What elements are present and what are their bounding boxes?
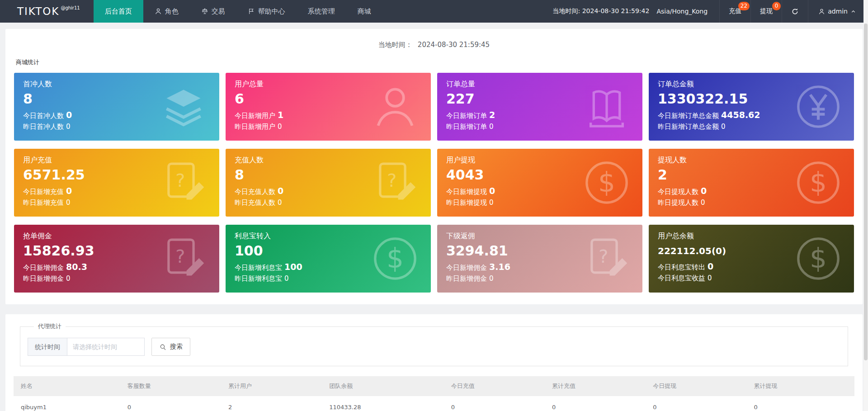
stats-panel: 当地时间：2024-08-30 21:59:45 商城统计 首冲人数8今日首冲人…	[5, 29, 863, 304]
card-line-today-label: 今日新增佣金	[446, 264, 487, 272]
search-icon	[159, 343, 167, 351]
logo-handle: @ghir11	[61, 5, 80, 10]
card-line-yesterday-label: 昨日新增提现	[446, 198, 487, 207]
card-line-yesterday-value: 0	[278, 198, 282, 207]
withdraw-badge: 0	[772, 2, 781, 10]
edit-doc-icon: ?	[160, 159, 208, 207]
scrollbar-thumb[interactable]	[864, 24, 868, 360]
card-line-yesterday-label: 昨日新增佣金	[446, 274, 487, 283]
withdraw-link[interactable]: 提现 0	[750, 0, 782, 23]
scrollbar-track[interactable]	[863, 0, 868, 411]
card-line-today-value: 2	[489, 110, 495, 120]
table-header-cell: 姓名	[14, 376, 123, 396]
card-line-yesterday-label: 昨日首冲人数	[23, 123, 64, 131]
stat-card-5: 充值人数8今日充值人数0昨日充值人数0?	[226, 149, 431, 217]
table-header-cell: 团队余额	[325, 376, 447, 396]
card-line-yesterday-value: 0	[278, 123, 282, 131]
app-logo[interactable]: TIKTOK @ghir11	[0, 0, 94, 23]
user-menu[interactable]: admin	[808, 0, 868, 23]
card-line-yesterday-value: 0	[489, 198, 494, 207]
nav-item-0[interactable]: 后台首页	[94, 0, 143, 23]
book-icon	[583, 83, 631, 131]
card-line-today-label: 今日充值人数	[235, 188, 275, 196]
nav-item-1[interactable]: 角色	[143, 0, 190, 23]
card-line-today-label: 今日提现人数	[658, 188, 698, 196]
stat-time-input[interactable]	[67, 338, 145, 356]
agent-table: 姓名客服数量累计用户团队余额今日充值累计充值今日提现累计提现 qibuym102…	[14, 376, 854, 411]
agent-search-form: 统计时间 搜索	[28, 338, 840, 356]
nav-item-label: 角色	[165, 7, 179, 16]
refresh-button[interactable]	[782, 0, 808, 23]
nav-item-3[interactable]: 帮助中心	[236, 0, 297, 23]
card-line-today-value: 100	[284, 262, 302, 272]
card-line-yesterday-value: 0	[66, 123, 71, 131]
table-cell: qibuym1	[14, 396, 123, 411]
top-navbar: TIKTOK @ghir11 后台首页角色交易帮助中心系统管理商城 当地时间: …	[0, 0, 868, 23]
card-line-yesterday-value: 0	[721, 123, 726, 131]
stat-card-11: 用户总余额222112.05(0)今日利息宝转出0今日利息宝收益0$	[649, 225, 854, 293]
recharge-badge: 22	[738, 2, 750, 10]
local-time-label: 当地时间：	[378, 41, 412, 49]
person-icon	[818, 8, 825, 15]
card-line-yesterday-value: 0	[66, 198, 71, 207]
table-header-cell: 今日充值	[447, 376, 547, 396]
table-cell: 0	[749, 396, 854, 411]
navbar-local-time-label: 当地时间:	[553, 7, 580, 14]
nav-item-label: 商城	[358, 7, 371, 16]
card-line-yesterday-label: 昨日提现人数	[658, 198, 698, 207]
person-icon	[371, 83, 419, 131]
nav-menu: 后台首页角色交易帮助中心系统管理商城	[94, 0, 382, 23]
nav-item-4[interactable]: 系统管理	[297, 0, 346, 23]
chevron-up-icon	[850, 9, 856, 14]
card-line-today-value: 0	[708, 261, 713, 271]
card-line-today-value: 0	[489, 186, 495, 196]
card-line-yesterday-value: 0	[66, 274, 71, 283]
card-line-today-label: 今日新增充值	[23, 188, 64, 196]
stats-section-title: 商城统计	[16, 58, 854, 66]
navbar-timezone: Asia/Hong_Kong	[656, 8, 708, 15]
card-line-today-label: 今日新增利息宝	[235, 264, 282, 272]
navbar-local-time: 当地时间: 2024-08-30 21:59:42	[553, 7, 650, 15]
edit-doc-icon: ?	[583, 235, 631, 283]
local-time-value: 2024-08-30 21:59:45	[418, 41, 490, 49]
table-header-cell: 客服数量	[123, 376, 224, 396]
agent-table-body: qibuym102110433.280000	[14, 396, 854, 411]
search-button[interactable]: 搜索	[151, 338, 190, 356]
card-line-today-label: 今日首冲人数	[23, 112, 64, 120]
table-header-cell: 今日提现	[648, 376, 749, 396]
agent-panel: 代理统计 统计时间 搜索 姓名客服数量累计用户团队余额今日充值累计充值今日提现累…	[5, 314, 863, 411]
card-line-yesterday-label: 昨日新增订单	[446, 123, 487, 131]
stat-card-3: 订单总金额1330322.15今日新增订单总金额4458.62昨日新增订单总金额…	[649, 73, 854, 141]
table-cell: 0	[447, 396, 547, 411]
card-line-today-value: 0	[701, 186, 707, 196]
nav-right: 当地时间: 2024-08-30 21:59:42 Asia/Hong_Kong…	[553, 0, 868, 23]
nav-item-5[interactable]: 商城	[346, 0, 382, 23]
card-line-today-value: 3.16	[489, 262, 510, 272]
stat-card-4: 用户充值6571.25今日新增充值0昨日新增充值0?	[14, 149, 219, 217]
local-time-display: 当地时间：2024-08-30 21:59:45	[14, 37, 854, 58]
dollar-icon: $	[794, 159, 842, 207]
nav-item-label: 交易	[212, 7, 225, 16]
card-line-today-label: 今日新增订单	[446, 112, 487, 120]
card-line-yesterday-value: 0	[489, 123, 494, 131]
card-line-today-label: 今日新增订单总金额	[658, 112, 719, 120]
recharge-link[interactable]: 充值 22	[719, 0, 750, 23]
stat-card-2: 订单总量227今日新增订单2昨日新增订单0	[437, 73, 642, 141]
card-line-yesterday-label: 今日利息宝收益	[658, 274, 705, 282]
dollar-icon: $	[794, 235, 842, 283]
stat-card-6: 用户提现4043今日新增提现0昨日新增提现0$	[437, 149, 642, 217]
table-cell: 0	[547, 396, 648, 411]
table-cell: 110433.28	[325, 396, 447, 411]
card-line-yesterday-value: 0	[701, 198, 705, 207]
nav-item-2[interactable]: 交易	[190, 0, 236, 23]
stat-card-9: 利息宝转入100今日新增利息宝100昨日新增利息宝0$	[226, 225, 431, 293]
card-line-today-value: 0	[278, 186, 283, 196]
card-line-today-value: 1	[278, 110, 283, 120]
table-header-cell: 累计充值	[547, 376, 648, 396]
card-line-yesterday-label: 昨日新增佣金	[23, 274, 64, 283]
search-button-label: 搜索	[170, 343, 183, 351]
card-line-yesterday-label: 昨日新增充值	[23, 198, 64, 207]
card-line-today-label: 今日新增提现	[446, 188, 487, 196]
nav-item-label: 帮助中心	[258, 7, 285, 16]
card-line-today-value: 4458.62	[721, 110, 760, 120]
